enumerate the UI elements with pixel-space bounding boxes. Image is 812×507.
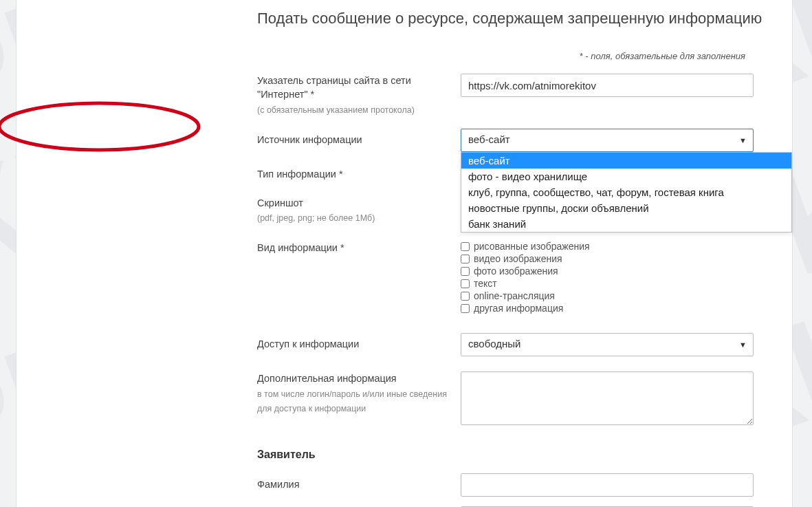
checkbox-text[interactable]: текст [461, 278, 754, 289]
url-input[interactable] [461, 74, 754, 97]
info-kind-checkbox-list: рисованные изображения видео изображения… [461, 241, 754, 314]
access-select-wrapper: свободный ▼ [461, 333, 754, 356]
checkbox-input-video[interactable] [461, 255, 470, 263]
label-info-type: Тип информации * [257, 167, 450, 181]
row-access: Доступ к информации свободный ▼ [257, 333, 765, 356]
label-url: Указатель страницы сайта в сети "Интерне… [257, 74, 450, 102]
access-select[interactable]: свободный [461, 333, 754, 356]
checkbox-input-online[interactable] [461, 292, 470, 301]
label-access: Доступ к информации [257, 337, 450, 351]
checkbox-video-images[interactable]: видео изображения [461, 253, 754, 264]
highlight-ellipse [0, 99, 206, 154]
dropdown-option-photo-video[interactable]: фото - видео хранилище [461, 169, 791, 184]
row-url: Указатель страницы сайта в сети "Интерне… [257, 74, 765, 116]
checkbox-photo-images[interactable]: фото изображения [461, 266, 754, 277]
dropdown-option-knowledge-bank[interactable]: банк знаний [461, 216, 791, 232]
label-source: Источник информации [257, 133, 450, 147]
sublabel-url: (с обязательным указанием протокола) [257, 104, 450, 116]
label-additional: Дополнительная информация [257, 371, 450, 385]
sublabel-additional-2: для доступа к информации [257, 402, 450, 415]
source-dropdown-list: веб-сайт фото - видео хранилище клуб, гр… [461, 152, 792, 233]
checkbox-input-text[interactable] [461, 279, 470, 288]
source-select[interactable]: веб-сайт [461, 129, 754, 152]
content-panel: Подать сообщение о ресурсе, содержащем з… [16, 0, 793, 507]
dropdown-option-club-group[interactable]: клуб, группа, сообщество, чат, форум, го… [461, 184, 791, 200]
report-form: Указатель страницы сайта в сети "Интерне… [257, 74, 765, 507]
sublabel-screenshot: (pdf, jpeg, png; не более 1Мб) [257, 212, 450, 224]
checkbox-online-stream[interactable]: online-трансляция [461, 290, 754, 301]
dropdown-option-website[interactable]: веб-сайт [461, 153, 791, 169]
checkbox-input-photo[interactable] [461, 267, 470, 276]
sublabel-additional-1: в том числе логин/пароль и/или иные свед… [257, 388, 450, 400]
row-source: Источник информации веб-сайт ▼ веб-сайт … [257, 129, 765, 152]
label-info-kind: Вид информации * [257, 241, 450, 255]
row-additional: Дополнительная информация в том числе ло… [257, 371, 765, 428]
label-lastname: Фамилия [257, 477, 450, 491]
applicant-heading: Заявитель [257, 449, 765, 461]
label-screenshot: Скриншот [257, 196, 450, 210]
additional-textarea[interactable] [461, 371, 754, 425]
checkbox-input-drawn[interactable] [461, 242, 470, 251]
lastname-input[interactable] [461, 473, 754, 497]
page-title: Подать сообщение о ресурсе, содержащем з… [257, 10, 765, 28]
source-select-wrapper: веб-сайт ▼ веб-сайт фото - видео хранили… [461, 129, 754, 152]
checkbox-other-info[interactable]: другая информация [461, 303, 754, 314]
row-lastname: Фамилия [257, 473, 765, 497]
checkbox-input-other[interactable] [461, 304, 470, 313]
svg-point-0 [0, 103, 199, 150]
row-info-kind: Вид информации * рисованные изображения … [257, 239, 765, 315]
dropdown-option-newsgroups[interactable]: новостные группы, доски объявлений [461, 200, 791, 216]
required-fields-note: * - поля, обязательные для заполнения [44, 51, 765, 61]
checkbox-drawn-images[interactable]: рисованные изображения [461, 241, 754, 252]
